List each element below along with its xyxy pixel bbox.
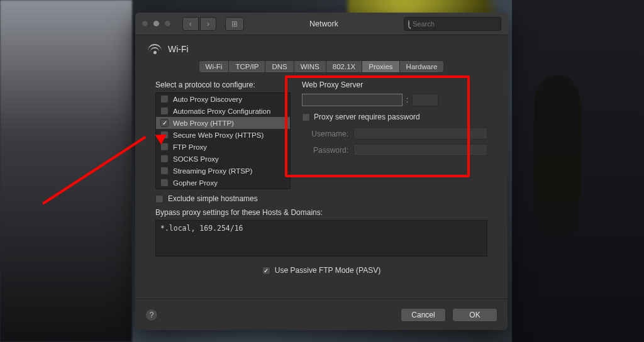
traffic-lights xyxy=(142,20,171,27)
username-input xyxy=(353,128,487,140)
tab-dns[interactable]: DNS xyxy=(265,60,293,73)
show-all-button[interactable]: ⊞ xyxy=(225,17,244,31)
service-header: Wi-Fi xyxy=(135,35,508,60)
bypass-textarea[interactable] xyxy=(155,220,487,256)
proxy-host-input[interactable] xyxy=(302,94,402,106)
require-password-checkbox[interactable] xyxy=(302,113,310,121)
protocol-checkbox[interactable] xyxy=(160,95,169,103)
protocol-checkbox[interactable] xyxy=(160,107,169,115)
require-password-label: Proxy server requires password xyxy=(314,113,420,121)
host-port-separator: : xyxy=(406,96,408,104)
help-button[interactable]: ? xyxy=(145,309,158,321)
desktop-bg-left xyxy=(0,0,132,342)
tab-proxies[interactable]: Proxies xyxy=(362,60,399,73)
minimize-window-dot[interactable] xyxy=(153,20,160,27)
protocol-row[interactable]: Secure Web Proxy (HTTPS) xyxy=(156,129,290,141)
close-window-dot[interactable] xyxy=(142,20,148,27)
search-icon xyxy=(408,20,409,27)
tab-8021x[interactable]: 802.1X xyxy=(326,60,362,73)
chevron-right-icon: › xyxy=(207,19,209,28)
protocol-label: Secure Web Proxy (HTTPS) xyxy=(173,131,264,139)
protocol-label: FTP Proxy xyxy=(173,143,207,151)
protocol-row[interactable]: Auto Proxy Discovery xyxy=(156,93,290,105)
proxy-server-label: Web Proxy Server xyxy=(302,80,487,89)
protocol-list[interactable]: Auto Proxy DiscoveryAutomatic Proxy Conf… xyxy=(155,92,291,189)
service-name: Wi-Fi xyxy=(168,44,189,54)
password-input xyxy=(353,144,487,156)
back-button[interactable]: ‹ xyxy=(182,17,199,31)
protocol-checkbox[interactable] xyxy=(160,119,169,127)
grid-icon: ⊞ xyxy=(231,19,238,28)
protocol-label: Streaming Proxy (RTSP) xyxy=(173,167,252,175)
protocol-label: Gopher Proxy xyxy=(173,179,218,187)
dialog-footer: ? Cancel OK xyxy=(135,299,508,330)
chevron-left-icon: ‹ xyxy=(189,19,192,28)
protocol-list-label: Select a protocol to configure: xyxy=(155,80,291,89)
forward-button[interactable]: › xyxy=(200,17,216,31)
search-input[interactable] xyxy=(413,20,499,28)
zoom-window-dot[interactable] xyxy=(164,20,171,27)
password-label: Password: xyxy=(302,146,348,155)
settings-tabs: Wi-FiTCP/IPDNSWINS802.1XProxiesHardware xyxy=(135,60,508,80)
protocol-checkbox[interactable] xyxy=(160,155,169,163)
history-nav: ‹ › xyxy=(182,17,216,31)
tab-wifi[interactable]: Wi-Fi xyxy=(199,60,229,73)
ok-button[interactable]: OK xyxy=(452,308,497,322)
passive-ftp-label: Use Passive FTP Mode (PASV) xyxy=(275,266,380,275)
desktop-bg-figure xyxy=(534,75,581,233)
protocol-row[interactable]: Automatic Proxy Configuration xyxy=(156,105,290,117)
protocol-label: Web Proxy (HTTP) xyxy=(173,119,234,127)
exclude-simple-checkbox[interactable] xyxy=(155,195,164,203)
protocol-row[interactable]: SOCKS Proxy xyxy=(156,153,290,165)
protocol-row[interactable]: Gopher Proxy xyxy=(156,177,290,189)
exclude-simple-label: Exclude simple hostnames xyxy=(168,194,258,203)
protocol-label: Auto Proxy Discovery xyxy=(173,96,242,103)
protocol-label: Automatic Proxy Configuration xyxy=(173,108,270,115)
wifi-icon xyxy=(148,44,162,54)
protocol-label: SOCKS Proxy xyxy=(173,155,219,163)
window-title: Network xyxy=(249,19,399,28)
protocol-row[interactable]: Streaming Proxy (RTSP) xyxy=(156,165,290,177)
passive-ftp-checkbox[interactable] xyxy=(262,267,270,275)
username-label: Username: xyxy=(302,130,348,138)
tab-wins[interactable]: WINS xyxy=(294,60,326,73)
protocol-row[interactable]: FTP Proxy xyxy=(156,141,290,153)
protocol-checkbox[interactable] xyxy=(160,179,169,187)
tab-hardware[interactable]: Hardware xyxy=(399,60,445,73)
window-titlebar: ‹ › ⊞ Network xyxy=(135,13,508,35)
tab-tcpip[interactable]: TCP/IP xyxy=(228,60,265,73)
network-window: ‹ › ⊞ Network Wi-Fi Wi-FiTCP/IPDNSWINS80… xyxy=(135,13,508,330)
protocol-row[interactable]: Web Proxy (HTTP) xyxy=(156,117,290,129)
proxies-content: Select a protocol to configure: Auto Pro… xyxy=(135,80,508,299)
cancel-button[interactable]: Cancel xyxy=(401,308,446,322)
search-field[interactable] xyxy=(404,17,501,31)
proxy-port-input[interactable] xyxy=(412,94,438,106)
protocol-checkbox[interactable] xyxy=(160,167,169,175)
bypass-label: Bypass proxy settings for these Hosts & … xyxy=(155,208,487,217)
